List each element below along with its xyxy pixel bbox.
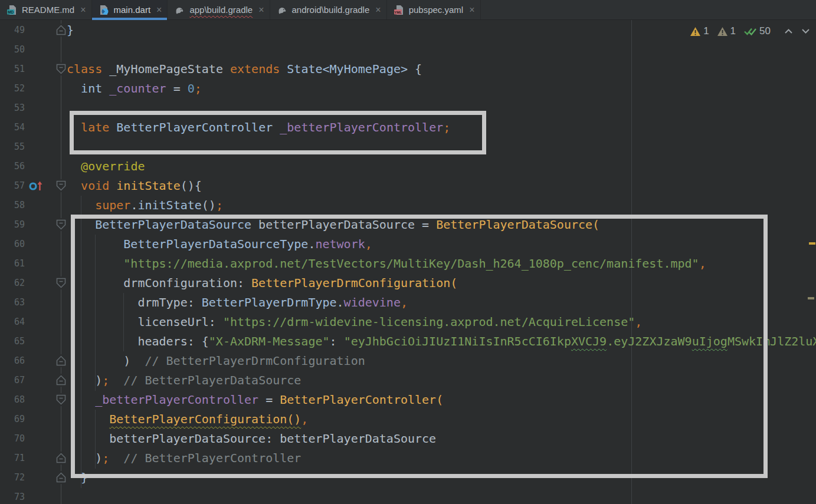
line-number[interactable]: 73 bbox=[0, 487, 25, 504]
code-line-54: 54 late BetterPlayerController _betterPl… bbox=[0, 118, 816, 137]
code-text[interactable]: } bbox=[67, 468, 88, 487]
tab-pubspec.yaml[interactable]: YMLpubspec.yaml× bbox=[387, 0, 481, 19]
error-stripe-warning-mark[interactable] bbox=[809, 242, 815, 245]
tab-label: app\build.gradle bbox=[189, 5, 253, 15]
line-number[interactable]: 51 bbox=[0, 60, 25, 79]
line-number[interactable]: 72 bbox=[0, 468, 25, 487]
code-text[interactable]: BetterPlayerDataSourceType.network, bbox=[67, 235, 372, 254]
fold-close-icon[interactable] bbox=[55, 24, 67, 37]
tab-close-icon[interactable]: × bbox=[258, 5, 264, 15]
line-number[interactable]: 59 bbox=[0, 215, 25, 235]
line-number[interactable]: 56 bbox=[0, 157, 25, 176]
line-number[interactable]: 49 bbox=[0, 21, 25, 40]
tab-label: pubspec.yaml bbox=[409, 5, 464, 15]
line-number[interactable]: 71 bbox=[0, 449, 25, 468]
line-number[interactable]: 50 bbox=[0, 40, 25, 60]
yaml-file-icon: YML bbox=[394, 5, 404, 15]
code-line-55: 55 bbox=[0, 137, 816, 157]
code-text[interactable]: "https://media.axprod.net/TestVectors/Mu… bbox=[67, 254, 706, 274]
line-number[interactable]: 54 bbox=[0, 118, 25, 137]
gradle-file-icon bbox=[277, 5, 287, 15]
next-issue-chevron-icon[interactable] bbox=[801, 28, 810, 34]
code-text[interactable]: late BetterPlayerController _betterPlaye… bbox=[67, 118, 450, 137]
code-text[interactable]: ); // BetterPlayerDataSource bbox=[67, 371, 301, 390]
weak-warning-count: 1 bbox=[730, 25, 736, 37]
code-text[interactable]: headers: {"X-AxDRM-Message": "eyJhbGciOi… bbox=[67, 332, 816, 351]
ide-window: { "tabs": [ {"label":"README.md","icon":… bbox=[0, 0, 816, 504]
line-number[interactable]: 57 bbox=[0, 176, 25, 196]
fold-open-icon[interactable] bbox=[55, 179, 67, 192]
checks-passed-icon bbox=[743, 26, 757, 37]
line-number[interactable]: 52 bbox=[0, 79, 25, 98]
line-number[interactable]: 68 bbox=[0, 390, 25, 410]
line-number[interactable]: 69 bbox=[0, 410, 25, 429]
overrides-method-icon[interactable] bbox=[28, 179, 45, 192]
fold-open-icon[interactable] bbox=[55, 393, 67, 406]
line-number[interactable]: 53 bbox=[0, 98, 25, 118]
code-text[interactable]: super.initState(); bbox=[67, 196, 223, 215]
fold-open-icon[interactable] bbox=[55, 218, 67, 231]
line-number[interactable]: 66 bbox=[0, 351, 25, 371]
code-line-69: 69 BetterPlayerConfiguration(), bbox=[0, 410, 816, 429]
weak-warning-icon bbox=[717, 27, 728, 37]
line-number[interactable]: 61 bbox=[0, 254, 25, 274]
line-number[interactable]: 70 bbox=[0, 429, 25, 449]
code-text[interactable]: class _MyHomePageState extends State<MyH… bbox=[67, 60, 422, 79]
code-line-72: 72 } bbox=[0, 468, 816, 487]
tab-app-build.gradle[interactable]: app\build.gradle× bbox=[168, 0, 270, 19]
fold-close-icon[interactable] bbox=[55, 452, 67, 465]
fold-open-icon[interactable] bbox=[55, 276, 67, 289]
line-number[interactable]: 60 bbox=[0, 235, 25, 254]
code-text[interactable]: drmConfiguration: BetterPlayerDrmConfigu… bbox=[67, 274, 457, 293]
code-text[interactable]: ); // BetterPlayerController bbox=[67, 449, 301, 468]
code-text[interactable]: void initState(){ bbox=[67, 176, 202, 196]
gutter-fold-line bbox=[61, 20, 61, 504]
warning-count: 1 bbox=[703, 25, 709, 37]
code-text[interactable]: licenseUrl: "https://drm-widevine-licens… bbox=[67, 312, 642, 332]
line-number[interactable]: 64 bbox=[0, 312, 25, 332]
line-number[interactable]: 62 bbox=[0, 274, 25, 293]
code-text[interactable]: ) // BetterPlayerDrmConfiguration bbox=[67, 351, 365, 371]
fold-close-icon[interactable] bbox=[55, 374, 67, 387]
code-text[interactable]: BetterPlayerDataSource betterPlayerDataS… bbox=[67, 215, 599, 235]
tab-main.dart[interactable]: main.dart× bbox=[92, 0, 168, 19]
tab-readme.md[interactable]: MDREADME.md× bbox=[0, 0, 92, 19]
code-editor[interactable]: 49}5051class _MyHomePageState extends St… bbox=[0, 20, 816, 504]
tab-android-build.gradle[interactable]: android\build.gradle× bbox=[270, 0, 387, 19]
error-stripe-weak-warning-mark[interactable] bbox=[808, 297, 814, 299]
code-line-65: 65 headers: {"X-AxDRM-Message": "eyJhbGc… bbox=[0, 332, 816, 351]
line-number[interactable]: 55 bbox=[0, 137, 25, 157]
line-number[interactable]: 67 bbox=[0, 371, 25, 390]
code-line-67: 67 ); // BetterPlayerDataSource bbox=[0, 371, 816, 390]
fold-close-icon[interactable] bbox=[55, 471, 67, 484]
tab-close-icon[interactable]: × bbox=[156, 5, 162, 15]
markdown-file-icon: MD bbox=[6, 5, 17, 15]
tab-close-icon[interactable]: × bbox=[469, 5, 474, 15]
code-line-57: 57 void initState(){ bbox=[0, 176, 816, 196]
checks-passed-count: 50 bbox=[759, 25, 771, 37]
code-text[interactable]: drmType: BetterPlayerDrmType.widevine, bbox=[67, 293, 408, 312]
tab-close-icon[interactable]: × bbox=[375, 5, 381, 15]
line-number[interactable]: 63 bbox=[0, 293, 25, 312]
prev-issue-chevron-icon[interactable] bbox=[784, 28, 793, 34]
code-line-71: 71 ); // BetterPlayerController bbox=[0, 449, 816, 468]
warning-icon bbox=[690, 27, 701, 37]
code-line-64: 64 licenseUrl: "https://drm-widevine-lic… bbox=[0, 312, 816, 332]
code-text[interactable]: BetterPlayerConfiguration(), bbox=[67, 410, 308, 429]
dart-file-icon bbox=[99, 5, 109, 15]
tab-label: main.dart bbox=[114, 5, 151, 15]
svg-text:YML: YML bbox=[394, 10, 402, 14]
fold-open-icon[interactable] bbox=[55, 62, 67, 75]
inspections-widget[interactable]: 1 1 50 bbox=[690, 25, 810, 37]
code-text[interactable]: } bbox=[67, 21, 74, 40]
code-text[interactable]: int _counter = 0; bbox=[67, 79, 202, 98]
code-text[interactable]: _betterPlayerController = BetterPlayerCo… bbox=[67, 390, 443, 410]
fold-close-icon[interactable] bbox=[55, 354, 67, 367]
line-number[interactable]: 65 bbox=[0, 332, 25, 351]
code-text[interactable]: @override bbox=[67, 157, 145, 176]
tab-close-icon[interactable]: × bbox=[80, 5, 86, 15]
line-number[interactable]: 58 bbox=[0, 196, 25, 215]
code-line-60: 60 BetterPlayerDataSourceType.network, bbox=[0, 235, 816, 254]
code-text[interactable]: betterPlayerDataSource: betterPlayerData… bbox=[67, 429, 436, 449]
code-line-52: 52 int _counter = 0; bbox=[0, 79, 816, 98]
